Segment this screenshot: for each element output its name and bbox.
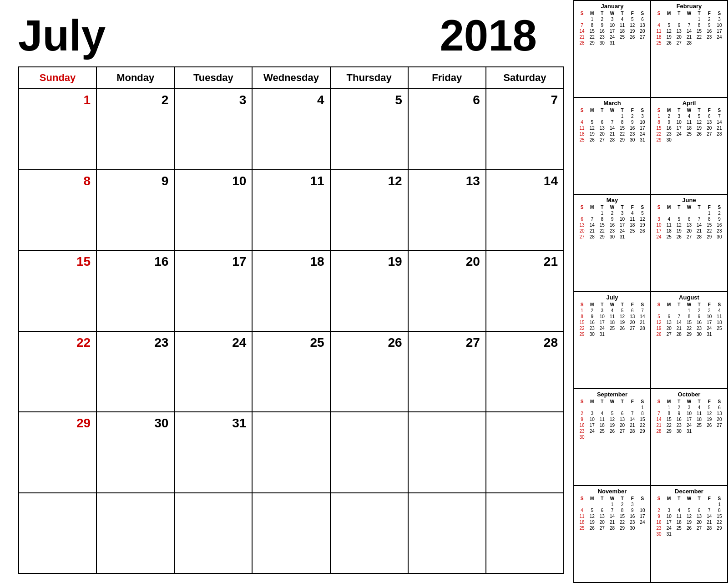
mini-header-col-4: T bbox=[617, 496, 627, 502]
mini-day-w3d1: 19 bbox=[587, 131, 597, 137]
mini-day-w4d4: 28 bbox=[694, 234, 704, 240]
mini-day-w4d4: 29 bbox=[617, 137, 627, 143]
mini-day-w0d2 bbox=[597, 502, 607, 507]
mini-day-w4d0: 24 bbox=[654, 234, 664, 240]
mini-header-col-4: T bbox=[617, 204, 627, 210]
mini-day-w0d4 bbox=[694, 502, 704, 507]
mini-day-w1d5: 9 bbox=[627, 507, 637, 513]
mini-day-w4d1: 29 bbox=[664, 428, 674, 434]
mini-day-w4d1: 30 bbox=[664, 137, 674, 143]
mini-day-w0d3: 1 bbox=[607, 502, 617, 507]
mini-day-w2d1: 10 bbox=[587, 416, 597, 422]
mini-day-w3d1: 17 bbox=[587, 422, 597, 428]
mini-day-w2d6: 15 bbox=[637, 416, 647, 422]
day-cell-w4d0: 29 bbox=[19, 412, 97, 492]
day-cell-w2d0: 15 bbox=[19, 251, 97, 331]
day-headers: Sunday Monday Tuesday Wednesday Thursday… bbox=[19, 67, 564, 89]
mini-day-w2d5: 15 bbox=[704, 222, 714, 228]
mini-day-w0d1 bbox=[587, 210, 597, 216]
mini-header-col-5: F bbox=[627, 107, 637, 113]
mini-day-w0d5: 3 bbox=[704, 308, 714, 314]
mini-day-w2d0: 11 bbox=[654, 28, 664, 34]
mini-day-w2d5: 14 bbox=[627, 416, 637, 422]
mini-day-w0d0 bbox=[577, 405, 587, 411]
weeks-container: 1234567891011121314151617181920212223242… bbox=[19, 89, 564, 574]
mini-day-w0d0 bbox=[654, 405, 664, 411]
mini-cal-grid-september: SMTWTFS123456789101112131415161718192021… bbox=[577, 399, 647, 440]
mini-day-w2d5: 18 bbox=[627, 222, 637, 228]
mini-day-w2d3: 13 bbox=[684, 222, 694, 228]
mini-day-w5d3 bbox=[607, 434, 617, 440]
mini-day-w1d1: 5 bbox=[587, 119, 597, 125]
mini-header-col-0: S bbox=[577, 10, 587, 16]
mini-day-w4d6 bbox=[637, 234, 647, 240]
mini-day-w2d3: 18 bbox=[684, 125, 694, 131]
mini-day-w4d4 bbox=[694, 428, 704, 434]
mini-day-w4d1: 24 bbox=[587, 428, 597, 434]
mini-day-w3d6: 28 bbox=[637, 325, 647, 331]
mini-header-col-0: S bbox=[577, 204, 587, 210]
mini-day-w5d2 bbox=[674, 531, 684, 537]
mini-day-w2d5: 16 bbox=[627, 125, 637, 131]
mini-day-w1d2: 5 bbox=[674, 216, 684, 222]
mini-day-w2d1: 15 bbox=[664, 416, 674, 422]
mini-day-w2d1: 12 bbox=[664, 28, 674, 34]
day-cell-w3d5: 27 bbox=[409, 332, 486, 412]
mini-day-w3d6: 24 bbox=[637, 131, 647, 137]
mini-cal-grid-may: SMTWTFS123456789101112131415161718192021… bbox=[577, 204, 647, 240]
mini-day-w3d5: 26 bbox=[704, 422, 714, 428]
mini-day-w3d2: 18 bbox=[674, 519, 684, 525]
mini-day-w1d4: 6 bbox=[694, 507, 704, 513]
header-tuesday: Tuesday bbox=[175, 67, 253, 88]
mini-day-w3d1: 19 bbox=[664, 34, 674, 40]
mini-day-w0d2 bbox=[674, 16, 684, 22]
mini-day-w3d4: 23 bbox=[694, 325, 704, 331]
mini-day-w0d0 bbox=[577, 502, 587, 507]
mini-day-w0d3: 1 bbox=[684, 308, 694, 314]
mini-day-w1d2: 10 bbox=[674, 119, 684, 125]
mini-day-w2d1: 16 bbox=[664, 125, 674, 131]
mini-day-w3d2: 22 bbox=[597, 228, 607, 234]
mini-day-w2d3: 15 bbox=[684, 319, 694, 325]
mini-day-w0d1 bbox=[664, 502, 674, 507]
mini-day-w3d4: 26 bbox=[694, 131, 704, 137]
day-cell-w4d1: 30 bbox=[97, 412, 175, 492]
mini-day-w2d4: 18 bbox=[694, 416, 704, 422]
mini-day-w2d2: 16 bbox=[597, 28, 607, 34]
mini-cal-title-april: April bbox=[654, 100, 724, 106]
mini-day-w4d2: 30 bbox=[597, 40, 607, 46]
mini-day-w0d2 bbox=[674, 502, 684, 507]
mini-day-w1d6: 9 bbox=[714, 216, 724, 222]
mini-day-w1d6: 14 bbox=[714, 119, 724, 125]
mini-day-w2d0: 13 bbox=[577, 222, 587, 228]
mini-day-w4d0: 25 bbox=[577, 137, 587, 143]
mini-header-col-3: W bbox=[607, 204, 617, 210]
mini-day-w0d0 bbox=[577, 113, 587, 119]
mini-day-w1d6: 11 bbox=[714, 314, 724, 319]
mini-day-w4d1: 26 bbox=[587, 525, 597, 531]
mini-header-col-6: S bbox=[714, 204, 724, 210]
mini-day-w5d3 bbox=[684, 531, 694, 537]
mini-day-w0d1: 2 bbox=[587, 308, 597, 314]
day-cell-w1d3: 11 bbox=[253, 170, 330, 250]
mini-header-col-3: W bbox=[684, 107, 694, 113]
mini-day-w2d0: 14 bbox=[577, 28, 587, 34]
mini-cal-december: DecemberSMTWTFS1234567891011121314151617… bbox=[651, 486, 728, 583]
mini-day-w2d1: 11 bbox=[664, 222, 674, 228]
mini-day-w1d6: 12 bbox=[637, 216, 647, 222]
mini-day-w4d5: 28 bbox=[627, 428, 637, 434]
mini-header-col-5: F bbox=[627, 496, 637, 502]
mini-day-w5d1 bbox=[587, 434, 597, 440]
mini-day-w0d5 bbox=[704, 502, 714, 507]
mini-day-w1d5: 9 bbox=[627, 119, 637, 125]
mini-header-col-6: S bbox=[714, 496, 724, 502]
mini-cal-title-may: May bbox=[577, 197, 647, 203]
mini-cal-grid-july: SMTWTFS123456789101112131415161718192021… bbox=[577, 302, 647, 337]
mini-day-w1d0: 4 bbox=[577, 119, 587, 125]
mini-day-w1d0: 7 bbox=[577, 22, 587, 28]
day-cell-w1d4: 12 bbox=[331, 170, 409, 250]
day-cell-w2d6: 21 bbox=[486, 251, 564, 331]
mini-day-w0d2: 2 bbox=[597, 16, 607, 22]
mini-day-w1d5: 13 bbox=[627, 314, 637, 319]
mini-header-col-5: F bbox=[627, 302, 637, 308]
